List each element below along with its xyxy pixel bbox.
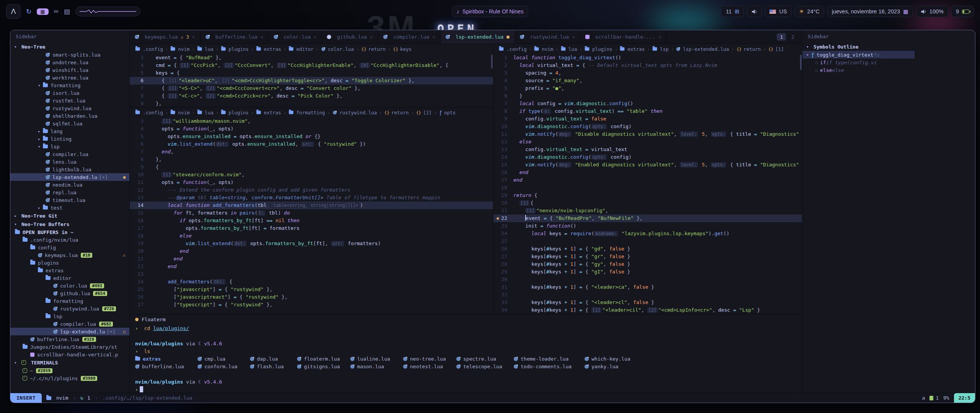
breadcrumb-segment[interactable]: {}[2] — [416, 110, 432, 115]
tree-item[interactable]: rustywind.lua — [10, 104, 129, 112]
breadcrumb-segment[interactable]: lsp-extended.lua — [676, 46, 729, 52]
tree-item[interactable]: plugins — [10, 259, 129, 267]
tree-item[interactable]: keymaps.lua#10⚠ — [10, 251, 129, 259]
editor-scrollbar[interactable] — [491, 55, 493, 68]
tree-item[interactable]: lsp — [10, 312, 129, 320]
code-line[interactable]: 7 end, — [130, 148, 493, 156]
code-line[interactable]: 11 vim.notify(msg: "Disable diagnostics … — [493, 130, 802, 138]
code-line[interactable]: 2 local virtual_text = { -- Default virt… — [493, 62, 802, 69]
code-line[interactable]: 13 ---@param tbl table<string, conform.F… — [130, 194, 493, 202]
code-line[interactable]: 23 init = function() — [493, 222, 802, 230]
code-line[interactable]: 29 keys[#keys + 1] = { "gI", false } — [493, 268, 802, 276]
temperature-widget[interactable]: ☀24°C — [795, 6, 824, 17]
layout-indicator[interactable]: ▦ — [37, 8, 48, 15]
code-line[interactable]: 4 source = "if_many", — [493, 77, 802, 85]
code-line[interactable]: 5 prefix = "●", — [493, 85, 802, 92]
cwd-segment[interactable]: nvim — [46, 395, 68, 401]
buffer-tab-scrollbar-handle-[interactable]: scrollbar-handle-...× — [580, 30, 666, 44]
code-line[interactable]: 7 { [1]"<S-C>", [2]"<cmd>CccConvert<cr>"… — [130, 85, 493, 92]
breadcrumb-segment[interactable]: rustywind.lua — [333, 110, 377, 115]
code-line[interactable]: 10 [1]"stevearc/conform.nvim", — [130, 171, 493, 179]
code-line[interactable]: 5 opts.ensure_installed = opts.ensure_in… — [130, 133, 493, 140]
code-line[interactable]: 19 vim.list_extend(dst: opts.formatters_… — [130, 240, 493, 247]
code-line[interactable]: 33 keys[#keys + 1] = { "<leader>cl", fal… — [493, 299, 802, 306]
code-line[interactable]: 3 [1]"williamboman/mason.nvim", — [130, 117, 493, 125]
code-line[interactable]: 21 [1]"neovim/nvim-lspconfig", — [493, 207, 802, 215]
code-line[interactable]: 16 end — [493, 169, 802, 176]
code-line[interactable]: 6 { [1]"<leader>uC", [2]"<cmd>CccHighlig… — [130, 77, 493, 85]
tree-item[interactable]: shellharden.lua — [10, 112, 129, 120]
outline-item[interactable]: ▢else else — [802, 66, 915, 74]
code-line[interactable]: 10 vim.diagnostic.config(opts: config) — [493, 123, 802, 130]
tree-item[interactable]: rustfmt.lua — [10, 97, 129, 104]
tree-item[interactable]: scrollbar-handle-vertical.p — [10, 351, 129, 358]
tree-item[interactable]: config — [10, 244, 129, 251]
code-line[interactable]: 9 config.virtual_text = false — [493, 115, 802, 123]
code-line[interactable]: 19return { — [493, 192, 802, 199]
code-line[interactable]: 3 spacing = 4, — [493, 69, 802, 77]
buffer-tab-bufferline-lua[interactable]: bufferline.lua× — [201, 30, 269, 44]
code-line[interactable]: 11 opts = function(_, opts) — [130, 179, 493, 186]
editor-scrollbar[interactable] — [800, 55, 802, 70]
outline-item[interactable]: ▢if if type(config.vi — [802, 59, 915, 66]
code-line[interactable]: 9 { — [130, 163, 493, 171]
breadcrumb-segment[interactable]: plugins — [585, 46, 612, 52]
breadcrumb-segment[interactable]: .config — [135, 110, 163, 115]
close-icon[interactable]: × — [314, 34, 317, 40]
code-line[interactable]: 14 local function add_formatters(tbl :ta… — [130, 202, 493, 209]
code-line[interactable]: 32 — [493, 291, 802, 299]
breadcrumb-segment[interactable]: extras — [256, 46, 281, 52]
code-line[interactable]: ◉22 event = { "BufReadPre", "BufNewFile"… — [493, 215, 802, 222]
sync-segment[interactable]: ↻1 — [80, 395, 90, 401]
code-line[interactable]: 16 if opts.formatters_by_ft[ft] == nil t… — [130, 217, 493, 224]
update-icon[interactable]: ↻ — [26, 8, 31, 16]
tree-item[interactable]: ▾lsp — [10, 143, 129, 150]
code-line[interactable]: 15 for ft, formatters in pairs(t: tbl) d… — [130, 209, 493, 217]
breadcrumb-segment[interactable]: {}keys — [393, 46, 412, 52]
code-line[interactable]: 25 — [493, 237, 802, 245]
close-icon[interactable]: × — [432, 34, 435, 40]
code-line[interactable]: 24 add_formatters(tbl: { — [130, 278, 493, 286]
clipboard-icon[interactable]: ▤ — [64, 8, 70, 16]
breadcrumb-segment[interactable]: lsp — [652, 46, 669, 52]
section-header-terminals[interactable]: ▾TERMINALS — [10, 358, 129, 367]
tree-item[interactable]: ▸lang — [10, 127, 129, 135]
tree-item[interactable]: color.lua#493 — [10, 282, 129, 289]
code-line[interactable]: 12 else — [493, 138, 802, 146]
buffer-tab-keymaps-lua[interactable]: keymaps.lua⚠ 3× — [130, 30, 201, 44]
close-icon[interactable]: × — [192, 34, 195, 40]
outline-item[interactable]: ▾ƒtoggle_diag_virtext fu — [802, 51, 915, 59]
tree-item[interactable]: Juegos/Indies/SteamLibrary/st — [10, 343, 129, 351]
buffer-tab-compiler-lua[interactable]: compiler.lua× — [378, 30, 441, 44]
now-playing-widget[interactable]: ♪ Spiritbox - Rule Of Nines — [452, 6, 528, 17]
code-line[interactable]: 25 ["javascript"] = { "rustywind" }, — [130, 286, 493, 293]
tree-item[interactable]: winshift.lua — [10, 66, 129, 74]
close-icon[interactable]: × — [572, 34, 575, 40]
keyboard-layout-widget[interactable]: US — [765, 6, 791, 17]
code-line[interactable]: 26 keys[#keys + 1] = { "gd", false } — [493, 245, 802, 253]
tree-item[interactable]: OPEN BUFFERS in ~ — [10, 228, 129, 236]
breadcrumb-segment[interactable]: plugins — [221, 110, 249, 115]
buffer-tab-rustywind-lua[interactable]: rustywind.lua× — [515, 30, 580, 44]
tree-item[interactable]: github.lua#654 — [10, 289, 129, 297]
breadcrumb-segment[interactable]: .config — [499, 46, 527, 52]
tree-item[interactable]: compiler.lua — [10, 150, 129, 158]
breadcrumb-segment[interactable]: {}return — [384, 110, 408, 115]
code-line[interactable]: 27 keys[#keys + 1] = { "gr", false } — [493, 253, 802, 260]
section-header-neo-tree[interactable]: ▾Neo-Tree — [10, 42, 129, 51]
tree-item[interactable]: ▸linting — [10, 135, 129, 143]
code-line[interactable]: 5 keys = { — [130, 69, 493, 77]
tree-item[interactable]: timeout.lua — [10, 196, 129, 204]
code-buffer[interactable]: 3 event = { "BufRead" },4 cmd = { [1]"Cc… — [130, 54, 493, 107]
breadcrumb-segment[interactable]: lua — [197, 110, 214, 115]
buffer-tab-color-lua[interactable]: color.lua× — [269, 30, 322, 44]
buffer-tab-lsp-extended-lua[interactable]: lsp-extended.lua — [441, 30, 515, 44]
code-buffer[interactable]: 3 [1]"williamboman/mason.nvim",4 opts = … — [130, 117, 493, 309]
code-line[interactable]: 8 { [1]"<C-c>", [2]"<cmd>CccPick<cr>", d… — [130, 92, 493, 100]
code-line[interactable]: 22 end — [130, 263, 493, 270]
code-line[interactable]: 18 else — [130, 232, 493, 240]
battery-widget[interactable]: 9 — [951, 6, 974, 17]
tree-item[interactable]: smart-splits.lua — [10, 51, 129, 59]
section-header-neo-tree-git[interactable]: ▸Neo-Tree Git — [10, 211, 129, 220]
breadcrumb-segment[interactable]: nvim — [170, 110, 189, 115]
